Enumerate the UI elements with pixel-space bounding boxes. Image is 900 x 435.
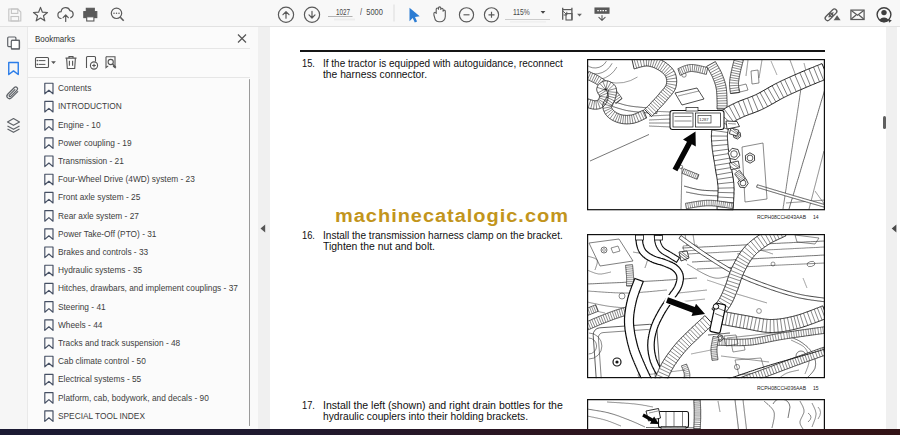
svg-text:1287: 1287 <box>699 117 709 122</box>
